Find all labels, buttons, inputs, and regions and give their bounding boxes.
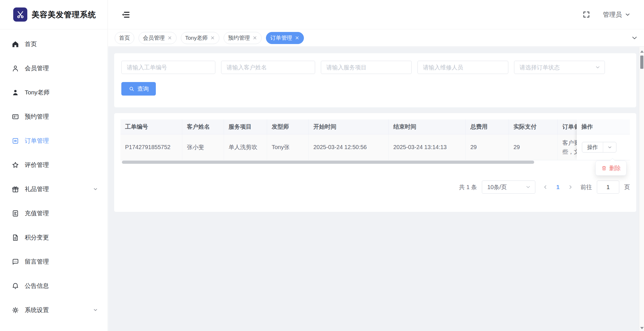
filter-panel: 请选择订单状态 查询 [114,53,636,107]
tab-stylists[interactable]: Tony老师 [181,32,219,44]
scissors-logo-icon [13,7,27,22]
tab-appointments[interactable]: 预约管理 [224,32,262,44]
col-start-time: 开始时间 [309,119,389,134]
postcard-icon [12,113,19,121]
table-row: P1742791855752 张小斐 单人洗剪吹 Tony张 2025-03-2… [120,134,630,160]
page-content: 请选择订单状态 查询 工单编号 客户姓名 服 [108,47,644,331]
app-title: 美容美发管理系统 [32,9,96,20]
cell-order-no: P1742791855752 [120,134,182,160]
scroll-up-arrow-icon[interactable] [640,50,644,53]
trash-icon [601,165,607,171]
sidebar-item-reviews[interactable]: 评价管理 [0,153,108,177]
table-horizontal-scrollbar [120,160,630,164]
search-icon [129,86,135,92]
close-icon[interactable] [210,35,215,40]
gift-icon [12,185,19,193]
prev-page-icon[interactable] [543,184,548,190]
close-icon[interactable] [167,35,172,40]
cell-customer: 张小斐 [182,134,224,160]
goto-label: 前往 [580,183,592,191]
orders-table-panel: 工单编号 客户姓名 服务项目 发型师 开始时间 结束时间 总费用 实际支付 订单… [114,113,636,212]
close-icon[interactable] [295,35,300,40]
pagination: 共 1 条 10条/页 1 [120,180,630,194]
sidebar: 美容美发管理系统 首页 会员管理 Tony老师 [0,0,108,331]
chevron-down-icon [624,12,631,18]
order-status-select[interactable]: 请选择订单状态 [514,61,605,74]
cell-action: 操作 [577,134,630,160]
cell-paid: 29 [509,134,558,160]
cell-end-time: 2025-03-24 13:14:13 [389,134,466,160]
header-actions: 管理员 [582,10,631,19]
row-action-dropdown-toggle[interactable] [603,142,616,152]
order-list-icon [12,137,19,145]
tab-home[interactable]: 首页 [115,32,134,44]
col-order-no: 工单编号 [120,119,182,134]
chat-bubble-icon [12,258,19,266]
row-action-split-button: 操作 [582,142,616,153]
col-total-fee: 总费用 [466,119,509,134]
cell-total-fee: 29 [466,134,509,160]
page-number[interactable]: 1 [556,184,559,191]
fullscreen-icon[interactable] [582,11,590,18]
vertical-scrollbar-thumb[interactable] [640,56,643,69]
col-action: 操作 [577,119,630,134]
tab-bar: 首页 会员管理 Tony老师 预约管理 订单管理 [108,29,644,47]
user-dropdown[interactable]: 管理员 [603,10,631,19]
sidebar-fold-icon[interactable] [121,10,130,19]
top-header: 管理员 [108,0,644,29]
order-no-input[interactable] [121,61,215,74]
app-window: 美容美发管理系统 首页 会员管理 Tony老师 [0,0,644,331]
sidebar-item-settings[interactable]: 系统设置 [0,298,108,322]
staff-input[interactable] [417,61,508,74]
col-service: 服务项目 [224,119,267,134]
horizontal-scrollbar-thumb[interactable] [122,161,534,164]
search-button[interactable]: 查询 [121,82,156,96]
sidebar-item-gifts[interactable]: 礼品管理 [0,177,108,201]
chevron-down-icon [93,307,98,313]
document-corner-icon [12,234,19,241]
orders-table: 工单编号 客户姓名 服务项目 发型师 开始时间 结束时间 总费用 实际支付 订单… [120,119,630,164]
col-paid: 实际支付 [509,119,558,134]
star-icon [12,161,19,169]
order-status-placeholder: 请选择订单状态 [520,64,560,71]
close-icon[interactable] [252,35,257,40]
pager: 1 [543,184,573,191]
delete-label: 删除 [609,164,621,172]
logo-row: 美容美发管理系统 [0,0,108,29]
next-page-icon[interactable] [568,184,573,190]
sidebar-item-announcements[interactable]: 公告信息 [0,274,108,298]
table-header-row: 工单编号 客户姓名 服务项目 发型师 开始时间 结束时间 总费用 实际支付 订单… [120,119,630,134]
page-size-select[interactable]: 10条/页 [482,180,535,194]
sidebar-item-orders[interactable]: 订单管理 [0,129,108,153]
tab-overflow-chevron-icon[interactable] [631,34,638,42]
sidebar-item-appointments[interactable]: 预约管理 [0,104,108,129]
chevron-down-icon [607,145,612,150]
delete-menu-item[interactable]: 删除 [595,161,626,176]
tab-members[interactable]: 会员管理 [139,32,177,44]
sidebar-item-messages[interactable]: 留言管理 [0,250,108,274]
user-name: 管理员 [603,10,622,19]
main-area: 管理员 首页 会员管理 Tony老师 预约管理 [108,0,644,331]
scroll-down-arrow-icon[interactable] [640,327,644,329]
sidebar-item-points[interactable]: 积分变更 [0,225,108,250]
sidebar-item-members[interactable]: 会员管理 [0,56,108,80]
fixed-action-column: 操作 操作 [577,119,630,160]
chevron-down-icon [93,186,98,192]
document-lines-icon [12,210,19,217]
customer-name-input[interactable] [221,61,315,74]
goto-page-input[interactable] [597,180,619,194]
user-filled-icon [12,89,19,96]
chevron-down-icon [595,64,601,70]
gear-icon [12,306,19,314]
sidebar-item-recharge[interactable]: 充值管理 [0,201,108,225]
tab-orders[interactable]: 订单管理 [266,32,304,44]
sidebar-item-stylists[interactable]: Tony老师 [0,80,108,104]
service-item-input[interactable] [321,61,412,74]
pagination-total: 共 1 条 [459,183,477,191]
vertical-scrollbar[interactable] [639,47,644,331]
cell-service: 单人洗剪吹 [224,134,267,160]
bell-icon [12,282,19,290]
col-stylist: 发型师 [267,119,309,134]
row-action-button[interactable]: 操作 [582,142,603,152]
sidebar-item-home[interactable]: 首页 [0,32,108,56]
